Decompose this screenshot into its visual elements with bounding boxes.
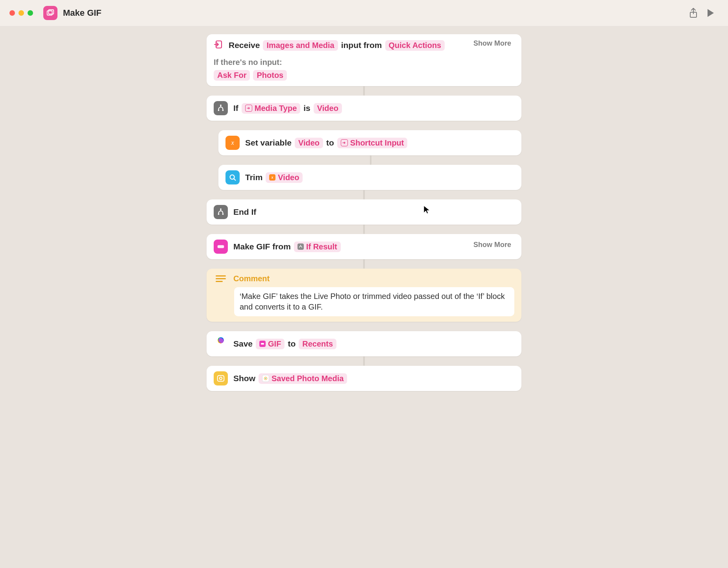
action-end-if[interactable]: End If — [207, 199, 521, 225]
action-save[interactable]: Save GIF to Recents — [207, 331, 521, 356]
minimize-window-button[interactable] — [18, 10, 24, 16]
action-set-variable[interactable]: x Set variable Video to Shortcut Input — [218, 130, 521, 155]
run-button[interactable] — [702, 6, 719, 20]
save-dest-token[interactable]: Recents — [299, 339, 336, 349]
fallback-value-token[interactable]: Photos — [253, 70, 287, 81]
connector — [363, 190, 365, 199]
svg-point-6 — [220, 105, 222, 106]
gif-icon — [214, 240, 228, 254]
setvar-value-token[interactable]: Shortcut Input — [337, 138, 408, 148]
save-prefix: Save — [233, 339, 253, 349]
connector — [363, 259, 365, 269]
setvar-mid: to — [326, 138, 334, 148]
gif-mini-icon — [259, 341, 266, 347]
show-more-button[interactable]: Show More — [471, 240, 514, 249]
share-button[interactable] — [685, 5, 702, 21]
svg-point-21 — [265, 378, 266, 379]
save-value-token[interactable]: GIF — [256, 339, 285, 349]
comment-title: Comment — [233, 274, 270, 283]
setvar-prefix: Set variable — [245, 138, 292, 148]
action-trim[interactable]: Trim x Video — [218, 165, 521, 190]
input-mini-icon — [341, 139, 348, 146]
fallback-action-token[interactable]: Ask For — [214, 70, 250, 81]
x-mini-icon: x — [269, 174, 275, 181]
branch-mini-icon — [297, 243, 304, 250]
receive-mid: input from — [341, 41, 382, 50]
editor-canvas[interactable]: Show More Receive Images and Media input… — [0, 26, 728, 432]
svg-rect-1 — [48, 10, 54, 14]
show-more-button[interactable]: Show More — [471, 39, 514, 48]
connector — [363, 86, 365, 96]
show-value-token[interactable]: Saved Photo Media — [259, 373, 347, 384]
makegif-value-token[interactable]: If Result — [294, 242, 341, 252]
svg-point-5 — [222, 110, 224, 111]
action-comment[interactable]: Comment ‘Make GIF’ takes the Live Photo … — [207, 269, 521, 322]
close-window-button[interactable] — [9, 10, 15, 16]
play-icon — [706, 8, 715, 18]
svg-rect-0 — [47, 11, 52, 15]
action-if[interactable]: If Media Type is Video — [207, 96, 521, 121]
input-type-token[interactable]: Images and Media — [263, 40, 338, 51]
trim-label: Trim — [245, 173, 262, 182]
svg-rect-18 — [218, 376, 224, 382]
makegif-prefix: Make GIF from — [233, 242, 291, 251]
svg-rect-15 — [216, 278, 226, 279]
save-mid: to — [288, 339, 296, 349]
connector — [370, 155, 371, 165]
if-value-token[interactable]: Video — [314, 103, 342, 114]
photos-app-icon — [214, 337, 228, 351]
if-label: If — [233, 103, 238, 113]
comment-body[interactable]: ‘Make GIF’ takes the Live Photo or trimm… — [234, 287, 514, 316]
action-receive-input[interactable]: Show More Receive Images and Media input… — [207, 34, 521, 86]
zoom-window-button[interactable] — [28, 10, 33, 16]
if-variable-token[interactable]: Media Type — [242, 103, 300, 114]
photos-mini-icon — [262, 375, 269, 382]
svg-text:x: x — [271, 175, 273, 179]
branch-icon — [214, 101, 228, 115]
branch-icon — [214, 205, 228, 219]
svg-point-12 — [220, 208, 222, 210]
show-prefix: Show — [233, 374, 255, 383]
if-op: is — [303, 103, 310, 113]
quicklook-icon — [225, 170, 240, 184]
svg-point-10 — [218, 214, 220, 215]
window-title: Make GIF — [63, 8, 102, 18]
setvar-name-token[interactable]: Video — [295, 138, 323, 148]
svg-rect-13 — [218, 245, 224, 248]
variable-icon: x — [225, 136, 240, 150]
quicklook-icon — [214, 371, 228, 385]
svg-rect-17 — [261, 343, 264, 345]
svg-point-4 — [218, 110, 220, 111]
input-mini-icon — [245, 105, 252, 112]
comment-icon — [214, 275, 228, 283]
no-input-label: If there's no input: — [214, 58, 514, 67]
trim-value-token[interactable]: x Video — [266, 172, 303, 183]
action-show[interactable]: Show Saved Photo Media — [207, 366, 521, 391]
shortcut-icon — [43, 6, 57, 20]
svg-rect-16 — [216, 281, 223, 282]
svg-point-11 — [222, 214, 224, 215]
svg-point-19 — [220, 377, 222, 380]
receive-label: Receive — [229, 41, 260, 50]
input-arrow-icon — [214, 40, 223, 51]
window-controls — [9, 10, 33, 16]
titlebar: Make GIF — [0, 0, 728, 26]
share-icon — [689, 7, 698, 18]
endif-label: End If — [233, 207, 256, 217]
action-make-gif[interactable]: Show More Make GIF from If Result — [207, 234, 521, 259]
svg-rect-14 — [216, 275, 226, 277]
svg-text:x: x — [231, 139, 234, 146]
input-source-token[interactable]: Quick Actions — [385, 40, 445, 51]
connector — [363, 225, 365, 234]
connector — [363, 356, 365, 366]
